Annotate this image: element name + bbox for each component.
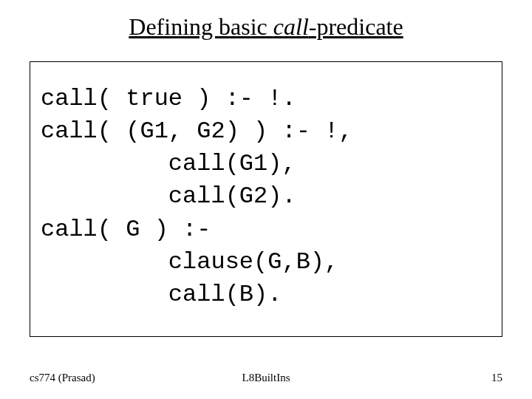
- code-line-2: call( (G1, G2) ) :- !,: [41, 117, 352, 145]
- code-block: call( true ) :- !. call( (G1, G2) ) :- !…: [30, 61, 502, 337]
- code-line-1: call( true ) :- !.: [41, 85, 296, 112]
- slide-number: 15: [491, 372, 502, 384]
- code-line-6: clause(G,B),: [41, 248, 338, 276]
- code-line-4: call(G2).: [41, 183, 296, 210]
- title-italic: call: [273, 13, 309, 40]
- slide-title: Defining basic call-predicate: [0, 13, 532, 41]
- code-line-5: call( G ) :-: [41, 216, 211, 243]
- title-prefix: Defining basic: [129, 13, 273, 40]
- footer-left: cs774 (Prasad): [30, 372, 95, 384]
- code-line-7: call(B).: [41, 281, 282, 308]
- footer: cs774 (Prasad) L8BuiltIns 15: [0, 372, 532, 384]
- title-suffix: -predicate: [309, 13, 403, 40]
- code-line-3: call(G1),: [41, 150, 296, 177]
